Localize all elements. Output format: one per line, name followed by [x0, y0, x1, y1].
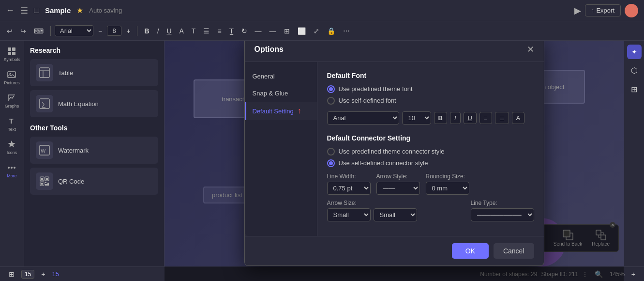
frame-button[interactable]: ⬜ [295, 25, 309, 37]
panel-item-qr-code[interactable]: QR Code [30, 168, 158, 195]
line-width-select[interactable]: 0.75 pt 1 pt 1.5 pt [327, 182, 371, 195]
modal-close-button[interactable]: ✕ [527, 44, 534, 55]
rounding-size-select[interactable]: 0 mm 2 mm 5 mm [426, 182, 469, 195]
zoom-in-button[interactable]: + [629, 268, 638, 280]
radio-self-defined-font[interactable]: Use self-defined font [327, 97, 534, 105]
svg-rect-1 [12, 47, 15, 51]
play-button[interactable]: ▶ [574, 5, 581, 16]
font-list-btn[interactable]: ≣ [495, 112, 509, 124]
sidebar-item-graphs[interactable]: Graphs [3, 91, 21, 110]
italic-button[interactable]: I [154, 25, 162, 37]
star-icon[interactable]: ★ [76, 6, 83, 15]
arrow-size-select2[interactable]: Small Medium Large [374, 208, 417, 221]
arrow-style-select[interactable]: —— - - - [376, 182, 420, 195]
modal-title: Options [255, 45, 284, 54]
sidebar-item-more[interactable]: More [5, 161, 19, 180]
tab-arrow-up: ↑ [297, 107, 301, 115]
tab-general[interactable]: General [245, 68, 317, 85]
cancel-button[interactable]: Cancel [494, 243, 534, 259]
underline-button[interactable]: U [164, 25, 174, 37]
sidebar-item-pictures[interactable]: Pictures [2, 68, 22, 87]
font-color-button[interactable]: A [177, 25, 187, 37]
panel-item-table[interactable]: Table [30, 59, 158, 86]
tab-default-setting[interactable]: Default Setting ↑ [245, 102, 317, 120]
icons-label: Icons [7, 150, 17, 155]
line-width-group: Line Width: 0.75 pt 1 pt 1.5 pt [327, 173, 371, 195]
arrow-style-group: Arrow Style: —— - - - [376, 173, 420, 195]
sidebar-item-icons[interactable]: Icons [5, 138, 19, 157]
highlight-button[interactable]: ☰ [200, 25, 212, 37]
tab-default-setting-label: Default Setting [253, 108, 294, 115]
arrow-button[interactable]: ↻ [239, 25, 250, 37]
tab-snap-glue[interactable]: Snap & Glue [245, 85, 317, 102]
more-toolbar-button[interactable]: ⋯ [340, 25, 353, 37]
top-bar-right: ▶ ↑ Export [574, 4, 638, 17]
lock-button[interactable]: 🔒 [324, 25, 338, 37]
redo-button[interactable]: ↪ [17, 25, 29, 37]
modal-footer: OK Cancel [245, 236, 544, 265]
options-modal: Options ✕ General Snap & Glue Default Se… [244, 41, 544, 266]
text-button[interactable]: T [189, 25, 199, 37]
font-size-ctrl[interactable]: 10 12 14 [402, 111, 431, 125]
arrow-size-selects: Small Medium Large Small Medium Large [327, 208, 417, 221]
font-family-select[interactable]: Arial Times New Roman [55, 25, 93, 36]
doc-icon-button[interactable]: □ [34, 5, 39, 16]
pictures-icon [7, 70, 16, 79]
svg-rect-22 [41, 183, 43, 185]
font-underline-btn[interactable]: U [464, 112, 477, 124]
arrow-style-label: Arrow Style: [376, 173, 420, 180]
line-type-select[interactable]: ────────── — — — — ····· [471, 208, 534, 221]
line-type-group: Line Type: ────────── — — — — ····· [471, 200, 534, 221]
symbols-label: Symbols [3, 57, 20, 62]
sidebar-item-symbols[interactable]: Symbols [1, 45, 22, 64]
font-color-ctrl-btn[interactable]: A [512, 112, 525, 124]
font-align-btn[interactable]: ≡ [479, 112, 492, 124]
text-label: Text [8, 127, 16, 132]
symbols-icon [7, 47, 16, 56]
radio-predefined-connector-label: Use predefined theme connector style [339, 148, 445, 155]
page-number: 15 [21, 270, 34, 279]
svg-rect-25 [45, 184, 47, 186]
ai-button[interactable]: ✦ [627, 45, 642, 59]
bold-button[interactable]: B [141, 25, 152, 37]
undo-button[interactable]: ↩ [4, 25, 15, 37]
other-tools-title: Other Tools [30, 124, 158, 132]
auto-saving-label: Auto saving [89, 7, 122, 14]
menu-button[interactable]: ☰ [20, 5, 28, 16]
text-align-button[interactable]: ≡ [214, 25, 224, 37]
radio-predefined-font[interactable]: Use predefined theme font [327, 85, 534, 93]
right-pages-button[interactable]: ⊞ [628, 82, 640, 97]
export-icon: ↑ [591, 7, 595, 14]
connector-radio-group: Use predefined theme connector style Use… [327, 148, 534, 167]
panel-item-math-equation[interactable]: ∑ Math Equation [30, 90, 158, 117]
arrow-size-select1[interactable]: Small Medium Large [327, 208, 371, 221]
back-button[interactable]: ← [6, 5, 15, 16]
font-bold-btn[interactable]: B [434, 112, 447, 124]
expand-button[interactable]: ⤢ [311, 25, 322, 37]
radio-self-defined-connector[interactable]: Use self-defined connector style [327, 159, 534, 167]
line-width-label: Line Width: [327, 173, 371, 180]
font-size-increase[interactable]: + [123, 25, 133, 37]
line2-button[interactable]: — [267, 25, 279, 37]
line-button[interactable]: — [252, 25, 265, 37]
font-size-decrease[interactable]: − [95, 25, 105, 37]
svg-rect-24 [47, 183, 49, 186]
format-button[interactable]: ⌨ [31, 25, 46, 37]
ok-button[interactable]: OK [452, 243, 489, 259]
avatar[interactable] [625, 4, 638, 17]
add-page-button[interactable]: + [38, 268, 48, 280]
line-type-label: Line Type: [471, 200, 534, 206]
canvas-size-button[interactable]: ⊞ [6, 268, 17, 280]
radio-predefined-connector[interactable]: Use predefined theme connector style [327, 148, 534, 156]
grid-button[interactable]: ⊞ [281, 25, 293, 37]
font-italic-btn[interactable]: I [450, 112, 461, 124]
font-size-input[interactable] [107, 26, 121, 36]
right-shape-button[interactable]: ⬡ [628, 63, 641, 78]
toolbar: ↩ ↪ ⌨ Arial Times New Roman − + B I U A … [0, 21, 644, 41]
font-family-ctrl[interactable]: Arial Times New Roman [327, 111, 399, 125]
sidebar-item-text[interactable]: T Text [5, 114, 19, 134]
tab-snap-glue-label: Snap & Glue [253, 90, 288, 97]
text-format-button[interactable]: T̲ [226, 25, 237, 37]
export-button[interactable]: ↑ Export [585, 4, 621, 16]
panel-item-watermark[interactable]: W Watermark [30, 137, 158, 164]
